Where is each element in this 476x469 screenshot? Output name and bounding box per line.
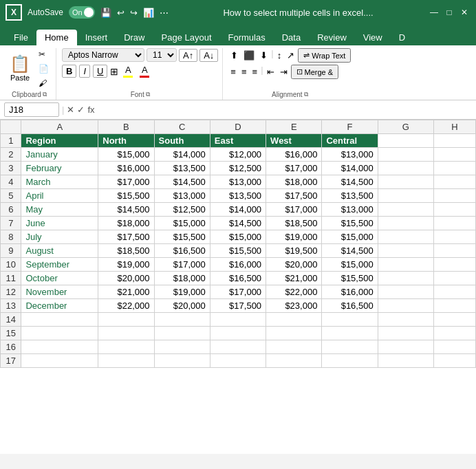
table-cell[interactable]: $18,500 <box>98 244 154 258</box>
table-cell[interactable]: $16,500 <box>322 299 378 313</box>
maximize-btn[interactable]: □ <box>443 6 455 19</box>
redo-icon[interactable]: ↪ <box>130 8 138 18</box>
save-icon[interactable]: 💾 <box>100 8 111 18</box>
table-cell[interactable]: $17,000 <box>98 175 154 189</box>
table-cell[interactable] <box>98 313 154 327</box>
table-cell[interactable]: South <box>154 134 210 148</box>
table-cell[interactable]: $20,000 <box>98 272 154 285</box>
table-cell[interactable] <box>21 354 98 368</box>
table-cell-empty[interactable] <box>378 340 433 354</box>
table-cell[interactable]: $15,500 <box>322 217 378 230</box>
wrap-text-button[interactable]: ⇌ Wrap Text <box>298 48 351 63</box>
table-cell[interactable]: $16,000 <box>210 258 266 272</box>
table-cell-empty[interactable] <box>378 162 433 175</box>
tab-home[interactable]: Home <box>36 30 77 45</box>
table-cell[interactable] <box>266 354 322 368</box>
table-cell[interactable]: $19,500 <box>266 244 322 258</box>
table-cell[interactable]: $23,000 <box>266 299 322 313</box>
table-cell[interactable]: $13,000 <box>210 175 266 189</box>
row-header-17[interactable]: 17 <box>1 354 21 368</box>
row-header-2[interactable]: 2 <box>1 148 21 162</box>
table-row[interactable]: 16 <box>1 340 476 354</box>
table-cell[interactable]: $14,000 <box>154 148 210 162</box>
table-row[interactable]: 13December$22,000$20,000$17,500$23,000$1… <box>1 299 476 313</box>
table-cell[interactable]: $14,500 <box>322 175 378 189</box>
table-cell[interactable]: April <box>21 189 98 203</box>
col-header-b[interactable]: B <box>98 120 154 134</box>
row-header-12[interactable]: 12 <box>1 285 21 299</box>
row-header-4[interactable]: 4 <box>1 175 21 189</box>
table-cell[interactable]: February <box>21 162 98 175</box>
table-cell[interactable]: $17,500 <box>266 189 322 203</box>
table-cell[interactable]: November <box>21 285 98 299</box>
increase-indent-btn[interactable]: ⇥ <box>278 65 290 79</box>
table-cell[interactable]: May <box>21 203 98 217</box>
table-row[interactable]: 6May$14,500$12,500$14,000$17,000$13,000 <box>1 203 476 217</box>
table-cell-empty[interactable] <box>433 148 475 162</box>
table-cell[interactable]: $14,000 <box>322 162 378 175</box>
table-row[interactable]: 15 <box>1 327 476 340</box>
table-cell[interactable]: $12,500 <box>210 162 266 175</box>
format-painter-button[interactable]: 🖌 <box>36 77 52 89</box>
formula-input[interactable] <box>98 103 472 116</box>
font-size-select[interactable]: 11 <box>147 48 177 62</box>
table-cell[interactable]: Region <box>21 134 98 148</box>
table-cell[interactable]: $15,000 <box>322 258 378 272</box>
table-cell[interactable] <box>322 354 378 368</box>
table-cell[interactable]: $19,000 <box>154 285 210 299</box>
table-cell[interactable]: October <box>21 272 98 285</box>
row-header-9[interactable]: 9 <box>1 244 21 258</box>
table-cell[interactable]: August <box>21 244 98 258</box>
table-cell[interactable]: September <box>21 258 98 272</box>
table-cell[interactable] <box>322 340 378 354</box>
merge-button[interactable]: ⊡ Merge & <box>291 65 339 79</box>
table-cell[interactable]: $18,500 <box>266 217 322 230</box>
spreadsheet[interactable]: A B C D E F G H 1RegionNorthSouthEastWes… <box>0 120 476 454</box>
row-header-11[interactable]: 11 <box>1 272 21 285</box>
table-row[interactable]: 4March$17,000$14,500$13,000$18,000$14,50… <box>1 175 476 189</box>
table-cell[interactable] <box>210 340 266 354</box>
col-header-a[interactable]: A <box>21 120 98 134</box>
table-cell[interactable] <box>21 340 98 354</box>
table-cell[interactable]: $15,500 <box>98 189 154 203</box>
font-increase-btn[interactable]: A↑ <box>179 49 197 62</box>
table-cell[interactable]: $18,000 <box>154 272 210 285</box>
table-cell[interactable]: $15,500 <box>154 230 210 244</box>
table-cell[interactable] <box>322 313 378 327</box>
table-cell-empty[interactable] <box>433 354 475 368</box>
table-cell-empty[interactable] <box>433 175 475 189</box>
table-cell[interactable]: $16,000 <box>98 162 154 175</box>
table-cell[interactable]: $16,000 <box>322 285 378 299</box>
table-cell-empty[interactable] <box>378 148 433 162</box>
table-cell[interactable]: July <box>21 230 98 244</box>
fill-color-button[interactable]: A <box>121 64 135 78</box>
table-cell[interactable]: December <box>21 299 98 313</box>
table-cell-empty[interactable] <box>433 230 475 244</box>
table-cell[interactable]: $15,000 <box>98 148 154 162</box>
table-cell[interactable]: $13,500 <box>322 189 378 203</box>
align-middle-btn[interactable]: ⬛ <box>241 48 257 63</box>
table-cell-empty[interactable] <box>378 313 433 327</box>
table-cell[interactable]: $15,000 <box>154 217 210 230</box>
table-cell[interactable]: $19,000 <box>266 230 322 244</box>
row-header-8[interactable]: 8 <box>1 230 21 244</box>
text-angle-btn[interactable]: ↗ <box>285 48 296 63</box>
table-cell-empty[interactable] <box>378 354 433 368</box>
table-cell[interactable]: $16,000 <box>266 148 322 162</box>
bold-button[interactable]: B <box>62 65 76 78</box>
tab-data[interactable]: Data <box>274 30 309 45</box>
table-cell[interactable]: $15,500 <box>322 272 378 285</box>
table-cell[interactable]: West <box>266 134 322 148</box>
table-cell[interactable] <box>266 313 322 327</box>
italic-button[interactable]: I <box>79 65 90 78</box>
table-cell[interactable]: $22,000 <box>98 299 154 313</box>
table-cell[interactable]: $17,000 <box>154 258 210 272</box>
table-cell-empty[interactable] <box>433 189 475 203</box>
table-cell[interactable]: $13,500 <box>210 189 266 203</box>
alignment-dialog-icon[interactable]: ⧉ <box>304 91 308 98</box>
table-cell-empty[interactable] <box>433 134 475 148</box>
table-cell[interactable] <box>266 327 322 340</box>
table-cell-empty[interactable] <box>378 203 433 217</box>
table-cell[interactable]: $12,500 <box>154 203 210 217</box>
col-header-f[interactable]: F <box>322 120 378 134</box>
